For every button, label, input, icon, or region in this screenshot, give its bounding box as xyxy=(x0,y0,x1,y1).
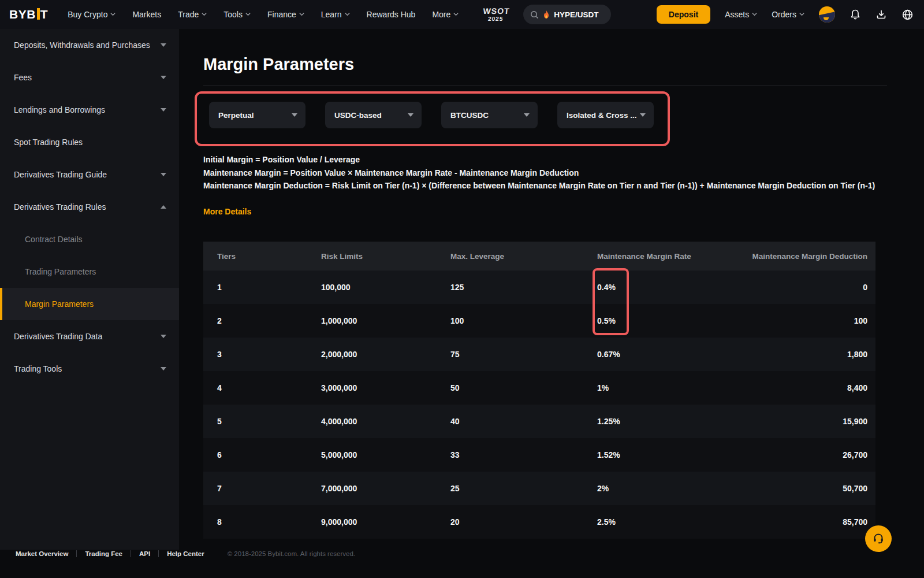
formula-maintenance-margin-deduction: Maintenance Margin Deduction = Risk Limi… xyxy=(203,179,884,192)
chevron-down-icon xyxy=(752,12,757,17)
title-divider xyxy=(203,86,887,86)
chevron-down-icon xyxy=(161,173,166,176)
chevron-down-icon xyxy=(292,113,297,117)
user-avatar[interactable] xyxy=(819,6,835,23)
sidebar-item-contract-details[interactable]: Contract Details xyxy=(0,223,179,255)
chevron-down-icon xyxy=(640,113,646,117)
nav-item-learn[interactable]: Learn xyxy=(321,10,350,19)
support-chat-button[interactable] xyxy=(865,525,892,552)
nav-item-assets[interactable]: Assets xyxy=(725,10,757,19)
logo-i-bar xyxy=(37,8,40,20)
more-details-link[interactable]: More Details xyxy=(203,207,251,216)
page-footer: Market Overview Trading Fee API Help Cen… xyxy=(0,542,924,565)
nav-item-rewards-hub[interactable]: Rewards Hub xyxy=(367,10,416,19)
flame-icon xyxy=(543,10,550,19)
sidebar-item-trading-tools[interactable]: Trading Tools xyxy=(0,353,179,385)
sidebar-item-derivatives-trading-data[interactable]: Derivatives Trading Data xyxy=(0,320,179,353)
top-navbar: BYBT Buy Crypto Markets Trade Tools Fina… xyxy=(0,0,924,29)
chevron-down-icon xyxy=(110,12,116,17)
formula-maintenance-margin: Maintenance Margin = Position Value × Ma… xyxy=(203,166,884,180)
docs-sidebar: Deposits, Withdrawals and Purchases Fees… xyxy=(0,29,179,550)
table-row: 4 3,000,000 50 1% 8,400 xyxy=(203,371,875,405)
chevron-down-icon xyxy=(161,367,166,370)
copyright-text: © 2018-2025 Bybit.com. All rights reserv… xyxy=(228,550,355,557)
sidebar-item-trading-parameters[interactable]: Trading Parameters xyxy=(0,255,179,288)
logo-text-2: T xyxy=(40,8,48,21)
margin-formulas: Initial Margin = Position Value / Levera… xyxy=(203,153,884,192)
wsot-2025-logo[interactable]: WSOT 2025 xyxy=(482,7,511,22)
search-input[interactable]: HYPE/USDT xyxy=(523,5,611,24)
nav-item-finance[interactable]: Finance xyxy=(267,10,304,19)
page-title: Margin Parameters xyxy=(203,55,354,74)
footer-divider xyxy=(76,550,77,557)
language-globe-icon[interactable] xyxy=(901,9,914,21)
nav-item-trade[interactable]: Trade xyxy=(178,10,207,19)
sidebar-item-spot-trading-rules[interactable]: Spot Trading Rules xyxy=(0,126,179,158)
nav-right-group: Deposit Assets Orders xyxy=(657,5,914,24)
search-icon xyxy=(530,10,539,19)
footer-divider xyxy=(131,550,131,557)
chevron-down-icon xyxy=(453,12,459,17)
nav-item-more[interactable]: More xyxy=(432,10,459,19)
col-header-risk-limits: Risk Limits xyxy=(307,242,437,271)
table-row: 2 1,000,000 100 0.5% 100 xyxy=(203,304,875,338)
footer-link-market-overview[interactable]: Market Overview xyxy=(16,550,68,557)
col-header-max-leverage: Max. Leverage xyxy=(437,242,583,271)
table-row: 8 9,000,000 20 2.5% 85,700 xyxy=(203,505,875,539)
deposit-button[interactable]: Deposit xyxy=(657,5,710,24)
table-row: 7 7,000,000 25 2% 50,700 xyxy=(203,472,875,505)
contract-type-dropdown[interactable]: Perpetual xyxy=(209,102,305,128)
filter-dropdown-row: Perpetual USDC-based BTCUSDC Isolated & … xyxy=(209,102,654,128)
chevron-down-icon xyxy=(524,113,530,117)
nav-item-markets[interactable]: Markets xyxy=(132,10,161,19)
chevron-down-icon xyxy=(202,12,207,17)
settlement-dropdown[interactable]: USDC-based xyxy=(325,102,422,128)
nav-item-tools[interactable]: Tools xyxy=(223,10,251,19)
margin-mode-dropdown[interactable]: Isolated & Cross ... xyxy=(557,102,654,128)
table-row: 3 2,000,000 75 0.67% 1,800 xyxy=(203,338,875,371)
nav-mid-group: WSOT 2025 HYPE/USDT xyxy=(483,5,611,24)
sidebar-item-derivatives-trading-guide[interactable]: Derivatives Trading Guide xyxy=(0,158,179,191)
chevron-down-icon xyxy=(299,12,304,17)
headset-icon xyxy=(872,532,885,545)
download-app-icon[interactable] xyxy=(875,9,887,20)
chevron-up-icon xyxy=(161,205,166,209)
sidebar-item-margin-parameters-active[interactable]: Margin Parameters xyxy=(0,288,179,320)
search-value: HYPE/USDT xyxy=(554,10,598,19)
chevron-down-icon xyxy=(408,113,413,117)
chevron-down-icon xyxy=(161,43,166,47)
table-header-row: Tiers Risk Limits Max. Leverage Maintena… xyxy=(203,242,875,271)
sidebar-item-deposits-withdrawals[interactable]: Deposits, Withdrawals and Purchases xyxy=(0,29,179,61)
chevron-down-icon xyxy=(345,12,350,17)
bybit-logo[interactable]: BYBT xyxy=(9,8,48,21)
chevron-down-icon xyxy=(161,76,166,79)
chevron-down-icon xyxy=(161,108,166,112)
col-header-mmd: Maintenance Margin Deduction xyxy=(699,242,875,271)
col-header-tiers: Tiers xyxy=(203,242,307,271)
footer-link-trading-fee[interactable]: Trading Fee xyxy=(85,550,122,557)
table-row: 6 5,000,000 33 1.52% 26,700 xyxy=(203,438,875,472)
table-row: 5 4,000,000 40 1.25% 15,900 xyxy=(203,405,875,438)
col-header-mmr: Maintenance Margin Rate xyxy=(583,242,699,271)
main-menu: Buy Crypto Markets Trade Tools Finance L… xyxy=(68,10,459,19)
chevron-down-icon xyxy=(245,12,251,17)
sidebar-item-derivatives-trading-rules[interactable]: Derivatives Trading Rules xyxy=(0,191,179,223)
chevron-down-icon xyxy=(799,12,804,17)
symbol-dropdown[interactable]: BTCUSDC xyxy=(441,102,538,128)
nav-item-buy-crypto[interactable]: Buy Crypto xyxy=(68,10,116,19)
sidebar-item-fees[interactable]: Fees xyxy=(0,61,179,94)
sidebar-item-lendings-borrowings[interactable]: Lendings and Borrowings xyxy=(0,94,179,126)
formula-initial-margin: Initial Margin = Position Value / Levera… xyxy=(203,153,884,166)
logo-text-1: BYB xyxy=(9,8,36,21)
footer-divider xyxy=(158,550,159,557)
table-row: 1 100,000 125 0.4% 0 xyxy=(203,271,875,304)
footer-link-help-center[interactable]: Help Center xyxy=(167,550,204,557)
notifications-bell-icon[interactable] xyxy=(850,9,861,20)
margin-parameters-table: Tiers Risk Limits Max. Leverage Maintena… xyxy=(203,242,875,539)
nav-item-orders[interactable]: Orders xyxy=(772,10,804,19)
chevron-down-icon xyxy=(161,335,166,338)
footer-link-api[interactable]: API xyxy=(139,550,150,557)
